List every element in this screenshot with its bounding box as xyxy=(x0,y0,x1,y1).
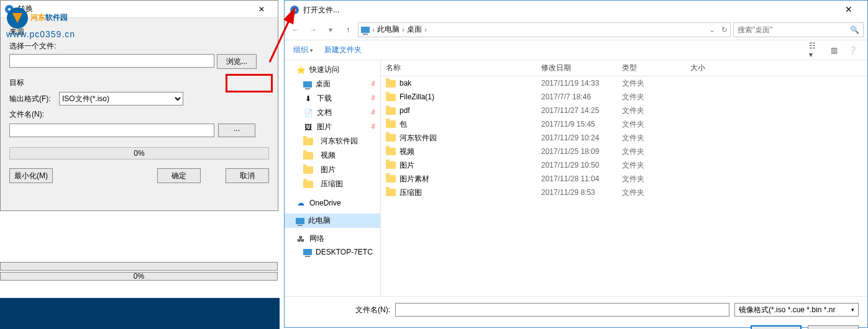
taskbar-fragment xyxy=(0,298,280,329)
open-file-dialog: 打开文件... ✕ ← → ▾ ↑ › 此电脑 › 桌面 › ⌄ ↻ 🔍 组织 … xyxy=(284,0,868,328)
new-folder-button[interactable]: 新建文件夹 xyxy=(324,45,362,55)
table-row[interactable]: 压缩图2017/11/29 8:53文件夹 xyxy=(381,186,867,199)
folder-icon xyxy=(303,138,313,145)
cloud-icon: ☁ xyxy=(296,198,306,208)
table-row[interactable]: 包2017/11/9 15:45文件夹 xyxy=(381,117,867,131)
search-icon[interactable]: 🔍 xyxy=(850,25,859,34)
folder-icon xyxy=(386,120,396,128)
column-header[interactable]: 名称 修改日期 类型 大小 xyxy=(381,60,867,76)
sidebar-onedrive[interactable]: ☁OneDrive xyxy=(285,196,380,210)
sidebar-quick-access[interactable]: ⭐快速访问 xyxy=(285,63,380,77)
browse-button[interactable]: 浏览... xyxy=(217,54,257,69)
network-icon: 🖧 xyxy=(296,234,306,244)
folder-icon xyxy=(386,175,396,183)
target-label: 目标 xyxy=(9,78,269,88)
pc-icon xyxy=(361,27,370,33)
organize-menu[interactable]: 组织 xyxy=(293,45,313,55)
filename-label: 文件名(N): xyxy=(9,109,59,120)
minimize-button[interactable]: 最小化(M) xyxy=(9,168,53,183)
star-icon: ⭐ xyxy=(296,65,306,75)
table-row[interactable]: 图片2017/11/29 10:50文件夹 xyxy=(381,158,867,172)
ok-button[interactable]: 确定 xyxy=(157,168,201,183)
table-row[interactable]: 图片素材2017/11/28 11:04文件夹 xyxy=(381,172,867,186)
col-type[interactable]: 类型 xyxy=(617,63,685,73)
source-file-input[interactable] xyxy=(9,54,214,68)
breadcrumb-item[interactable]: 此电脑 xyxy=(377,24,400,35)
nav-bar: ← → ▾ ↑ › 此电脑 › 桌面 › ⌄ ↻ 🔍 xyxy=(285,19,867,40)
pc-icon xyxy=(296,218,304,224)
app-icon xyxy=(290,5,299,15)
folder-icon xyxy=(386,134,396,142)
folder-icon xyxy=(386,80,396,88)
chevron-down-icon[interactable]: ⌄ xyxy=(709,25,715,34)
search-box[interactable]: 🔍 xyxy=(733,22,864,37)
folder-icon xyxy=(386,161,396,169)
close-icon[interactable]: ✕ xyxy=(835,1,862,19)
col-name[interactable]: 名称 xyxy=(381,63,536,73)
table-row[interactable]: 河东软件园2017/11/29 10:24文件夹 xyxy=(381,131,867,145)
sidebar-network[interactable]: 🖧网络 xyxy=(285,232,380,246)
sidebar-item[interactable]: 视频 xyxy=(285,148,380,163)
sidebar-item-downloads[interactable]: ⬇下载 xyxy=(285,91,380,106)
output-format-select[interactable]: ISO文件(*.iso) xyxy=(59,92,183,106)
filetype-filter[interactable]: 镜像格式(*.iso *.cue *.bin *.nr xyxy=(734,303,859,317)
sidebar-this-pc[interactable]: 此电脑 xyxy=(285,214,380,228)
col-date[interactable]: 修改日期 xyxy=(536,63,617,73)
sidebar-item-documents[interactable]: 📄文档 xyxy=(285,106,380,120)
svg-point-5 xyxy=(293,9,296,11)
dialog-footer: 文件名(N): 镜像格式(*.iso *.cue *.bin *.nr 打开(O… xyxy=(285,296,867,329)
ellipsis-button[interactable]: ... xyxy=(218,124,255,137)
filename-label: 文件名(N): xyxy=(355,305,390,315)
col-size[interactable]: 大小 xyxy=(685,63,735,73)
bottom-progress: 0% xyxy=(0,262,278,282)
download-icon: ⬇ xyxy=(303,94,313,104)
up-icon[interactable]: ↑ xyxy=(340,22,355,37)
file-dialog-title: 打开文件... xyxy=(303,5,339,16)
sidebar-item[interactable]: 河东软件园 xyxy=(285,134,380,148)
table-row[interactable]: FileZilla(1)2017/7/7 18:46文件夹 xyxy=(381,90,867,104)
toolbar: 组织 新建文件夹 ☷ ▾ ▥ ❔ xyxy=(285,40,867,60)
document-icon: 📄 xyxy=(303,108,313,118)
cancel-button[interactable]: 取消 xyxy=(808,325,859,329)
refresh-icon[interactable]: ↻ xyxy=(721,25,728,34)
sidebar-item[interactable]: 图片 xyxy=(285,163,380,177)
forward-icon[interactable]: → xyxy=(306,22,321,37)
sidebar-network-pc[interactable]: DESKTOP-7ETC xyxy=(285,246,380,258)
table-row[interactable]: 视频2017/11/25 18:09文件夹 xyxy=(381,145,867,158)
folder-icon xyxy=(303,181,313,188)
filename-input[interactable] xyxy=(9,124,214,137)
open-button[interactable]: 打开(O) xyxy=(751,325,802,329)
recent-dropdown-icon[interactable]: ▾ xyxy=(323,22,338,37)
file-list: 名称 修改日期 类型 大小 bak2017/11/19 14:33文件夹File… xyxy=(381,60,867,296)
file-dialog-titlebar[interactable]: 打开文件... ✕ xyxy=(285,1,867,19)
close-icon[interactable]: ✕ xyxy=(249,2,274,17)
sidebar-item[interactable]: 压缩图 xyxy=(285,177,380,191)
select-file-label: 选择一个文件: xyxy=(9,41,269,52)
search-input[interactable] xyxy=(738,25,850,34)
folder-icon xyxy=(386,107,396,115)
progress-bar: 0% xyxy=(9,147,269,160)
table-row[interactable]: bak2017/11/19 14:33文件夹 xyxy=(381,76,867,90)
breadcrumb-item[interactable]: 桌面 xyxy=(407,24,422,35)
convert-title: 转换 xyxy=(18,4,33,14)
convert-dialog: 转换 ✕ 来源 选择一个文件: 浏览... 目标 输出格式(F): ISO文件(… xyxy=(0,0,278,211)
help-icon[interactable]: ❔ xyxy=(846,44,859,56)
back-icon[interactable]: ← xyxy=(288,22,303,37)
sidebar-item-pictures[interactable]: 🖼图片 xyxy=(285,120,380,134)
cancel-button[interactable]: 取消 xyxy=(226,168,269,183)
sidebar-item-desktop[interactable]: 桌面 xyxy=(285,77,380,91)
svg-point-1 xyxy=(8,8,11,11)
view-options-icon[interactable]: ☷ ▾ xyxy=(809,44,821,56)
desktop-icon xyxy=(303,81,312,88)
app-icon xyxy=(4,4,14,14)
folder-icon xyxy=(386,148,396,155)
preview-pane-icon[interactable]: ▥ xyxy=(828,44,840,56)
table-row[interactable]: pdf2017/11/27 14:25文件夹 xyxy=(381,104,867,117)
filename-input[interactable] xyxy=(395,303,729,317)
breadcrumb[interactable]: › 此电脑 › 桌面 › ⌄ ↻ xyxy=(358,22,731,37)
folder-icon xyxy=(386,189,396,196)
folder-icon xyxy=(303,152,313,160)
folder-icon xyxy=(386,94,396,101)
convert-titlebar[interactable]: 转换 ✕ xyxy=(1,1,278,18)
source-label: 来源 xyxy=(9,27,269,37)
